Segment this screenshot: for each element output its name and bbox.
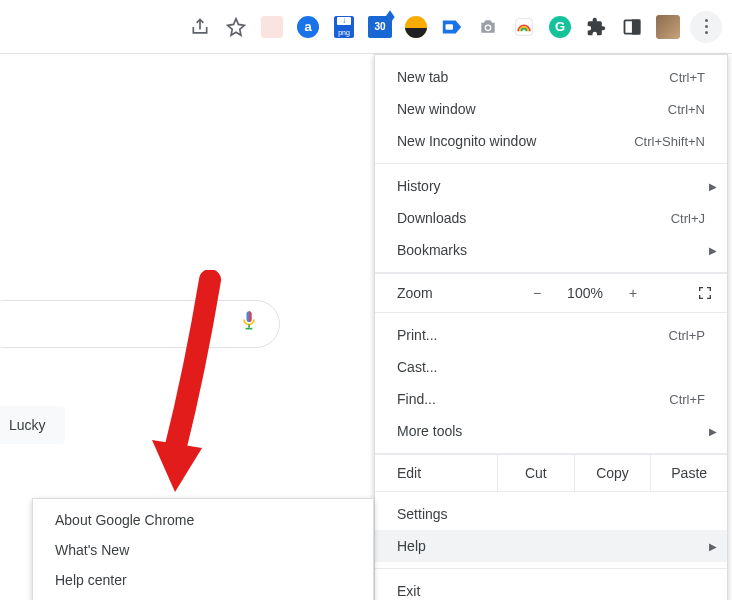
help-submenu: About Google Chrome What's New Help cent…: [32, 498, 374, 600]
extension-rainbow-icon[interactable]: [510, 13, 538, 41]
extension-grammarly-icon[interactable]: G: [546, 13, 574, 41]
edit-cut-button[interactable]: Cut: [497, 455, 574, 491]
menu-label: Exit: [397, 583, 420, 599]
menu-shortcut: Ctrl+T: [669, 70, 705, 85]
menu-more-tools[interactable]: More tools ▶: [375, 415, 727, 447]
svg-point-2: [486, 25, 490, 29]
extension-face-icon[interactable]: [402, 13, 430, 41]
menu-shortcut: Ctrl+P: [669, 328, 705, 343]
chrome-menu-button[interactable]: [690, 11, 722, 43]
menu-find[interactable]: Find... Ctrl+F: [375, 383, 727, 415]
menu-cast[interactable]: Cast...: [375, 351, 727, 383]
zoom-value: 100%: [557, 285, 613, 301]
menu-label: Cast...: [397, 359, 437, 375]
chrome-main-menu: New tab Ctrl+T New window Ctrl+N New Inc…: [374, 54, 728, 600]
menu-settings[interactable]: Settings: [375, 498, 727, 530]
menu-label: New tab: [397, 69, 448, 85]
menu-shortcut: Ctrl+Shift+N: [634, 134, 705, 149]
edit-label: Edit: [397, 465, 497, 481]
menu-label: New window: [397, 101, 476, 117]
browser-toolbar: a png↓ 30 G: [0, 0, 732, 54]
extension-camera-icon[interactable]: [474, 13, 502, 41]
fullscreen-button[interactable]: [653, 285, 727, 301]
menu-new-window[interactable]: New window Ctrl+N: [375, 93, 727, 125]
zoom-in-button[interactable]: +: [613, 285, 653, 301]
submenu-help-center[interactable]: Help center: [33, 565, 373, 595]
svg-rect-5: [633, 20, 640, 33]
menu-edit-row: Edit Cut Copy Paste: [375, 454, 727, 492]
extensions-icon[interactable]: [582, 13, 610, 41]
menu-new-tab[interactable]: New tab Ctrl+T: [375, 61, 727, 93]
extension-tag-icon[interactable]: [438, 13, 466, 41]
svg-rect-0: [446, 24, 453, 30]
menu-shortcut: Ctrl+N: [668, 102, 705, 117]
submenu-about-chrome[interactable]: About Google Chrome: [33, 505, 373, 535]
chevron-right-icon: ▶: [709, 181, 717, 192]
menu-label: Settings: [397, 506, 448, 522]
extension-blank-icon[interactable]: [258, 13, 286, 41]
star-icon[interactable]: [222, 13, 250, 41]
menu-history[interactable]: History ▶: [375, 170, 727, 202]
menu-downloads[interactable]: Downloads Ctrl+J: [375, 202, 727, 234]
menu-label: Find...: [397, 391, 436, 407]
edit-copy-button[interactable]: Copy: [574, 455, 651, 491]
menu-label: More tools: [397, 423, 462, 439]
menu-print[interactable]: Print... Ctrl+P: [375, 319, 727, 351]
sidepanel-icon[interactable]: [618, 13, 646, 41]
voice-search-icon[interactable]: [239, 309, 259, 339]
menu-exit[interactable]: Exit: [375, 575, 727, 600]
menu-label: About Google Chrome: [55, 512, 194, 528]
chevron-right-icon: ▶: [709, 426, 717, 437]
menu-bookmarks[interactable]: Bookmarks ▶: [375, 234, 727, 266]
share-icon[interactable]: [186, 13, 214, 41]
menu-label: Help: [397, 538, 426, 554]
menu-label: What's New: [55, 542, 129, 558]
menu-help[interactable]: Help ▶: [375, 530, 727, 562]
calendar-badge: 30: [374, 21, 385, 32]
menu-label: Help center: [55, 572, 127, 588]
menu-zoom-row: Zoom − 100% +: [375, 273, 727, 313]
profile-avatar[interactable]: [654, 13, 682, 41]
chevron-right-icon: ▶: [709, 245, 717, 256]
extension-amazon-icon[interactable]: a: [294, 13, 322, 41]
menu-new-incognito[interactable]: New Incognito window Ctrl+Shift+N: [375, 125, 727, 157]
submenu-whats-new[interactable]: What's New: [33, 535, 373, 565]
menu-label: Bookmarks: [397, 242, 467, 258]
menu-shortcut: Ctrl+J: [671, 211, 705, 226]
annotation-arrow: [140, 270, 240, 500]
zoom-label: Zoom: [397, 285, 517, 301]
menu-label: Print...: [397, 327, 437, 343]
menu-label: New Incognito window: [397, 133, 536, 149]
feeling-lucky-button[interactable]: Lucky: [0, 406, 65, 444]
edit-paste-button[interactable]: Paste: [650, 455, 727, 491]
chevron-right-icon: ▶: [709, 541, 717, 552]
extension-png-icon[interactable]: png↓: [330, 13, 358, 41]
zoom-out-button[interactable]: −: [517, 285, 557, 301]
extension-calendar-icon[interactable]: 30: [366, 13, 394, 41]
menu-label: History: [397, 178, 441, 194]
menu-label: Downloads: [397, 210, 466, 226]
menu-shortcut: Ctrl+F: [669, 392, 705, 407]
